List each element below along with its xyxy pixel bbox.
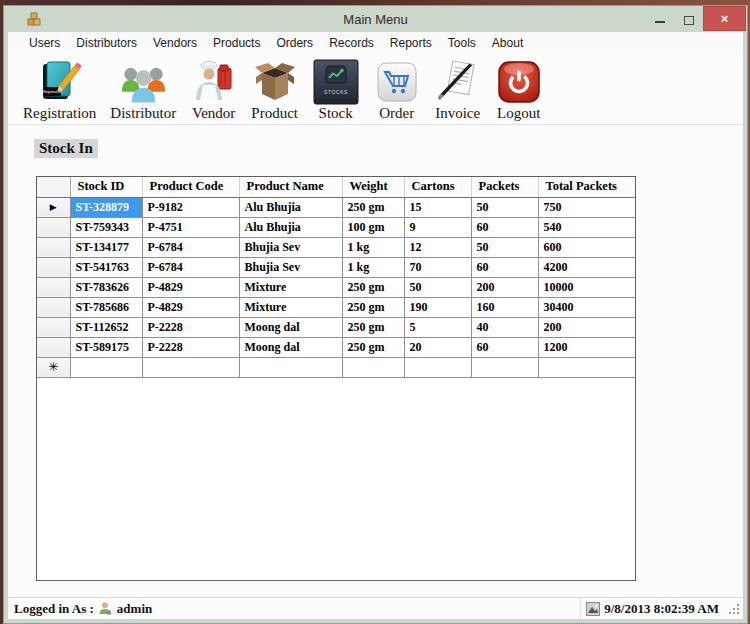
row-header-cell[interactable] [37, 297, 70, 317]
cell[interactable]: Bhujia Sev [239, 257, 342, 277]
cell[interactable]: 12 [404, 237, 471, 257]
menu-orders[interactable]: Orders [268, 33, 321, 53]
cell[interactable]: Alu Bhujia [239, 217, 342, 237]
cell[interactable]: 190 [404, 297, 471, 317]
menu-records[interactable]: Records [321, 33, 382, 53]
empty-cell[interactable] [239, 357, 342, 377]
column-header[interactable]: Weight [342, 177, 404, 197]
toolbar-order[interactable]: Order [366, 57, 427, 123]
menu-products[interactable]: Products [205, 33, 268, 53]
cell[interactable]: P-2228 [142, 317, 239, 337]
cell[interactable]: 50 [471, 197, 538, 217]
cell[interactable]: 50 [404, 277, 471, 297]
empty-cell[interactable] [142, 357, 239, 377]
cell[interactable]: P-6784 [142, 237, 239, 257]
cell[interactable]: 1 kg [342, 237, 404, 257]
cell[interactable]: P-4829 [142, 277, 239, 297]
cell[interactable]: ST-134177 [70, 237, 142, 257]
cell[interactable]: 60 [471, 337, 538, 357]
new-row-header-cell[interactable]: ✳ [37, 357, 70, 377]
cell[interactable]: 160 [471, 297, 538, 317]
cell[interactable]: Mixture [239, 277, 342, 297]
cell[interactable]: 15 [404, 197, 471, 217]
cell[interactable]: ST-541763 [70, 257, 142, 277]
cell[interactable]: 250 gm [342, 317, 404, 337]
cell[interactable]: 1 kg [342, 257, 404, 277]
toolbar-stock[interactable]: STOCKS Stock [305, 57, 366, 123]
cell[interactable]: P-9182 [142, 197, 239, 217]
column-header[interactable]: Cartons [404, 177, 471, 197]
empty-cell[interactable] [342, 357, 404, 377]
corner-header-cell[interactable] [37, 177, 70, 197]
resize-grip[interactable] [727, 602, 740, 615]
row-header-cell[interactable] [37, 257, 70, 277]
cell[interactable]: 250 gm [342, 277, 404, 297]
cell[interactable]: Moong dal [239, 337, 342, 357]
cell[interactable]: 9 [404, 217, 471, 237]
toolbar-distributor[interactable]: Distributor [103, 57, 183, 123]
minimize-button[interactable] [645, 6, 674, 31]
stock-in-grid[interactable]: Stock ID Product Code Product Name Weigh… [36, 176, 636, 581]
cell[interactable]: 60 [471, 217, 538, 237]
cell[interactable]: 20 [404, 337, 471, 357]
column-header[interactable]: Total Packets [538, 177, 635, 197]
cell[interactable]: 30400 [538, 297, 635, 317]
cell[interactable]: ST-759343 [70, 217, 142, 237]
menu-distributors[interactable]: Distributors [68, 33, 145, 53]
row-header-cell[interactable] [37, 217, 70, 237]
empty-cell[interactable] [471, 357, 538, 377]
close-button[interactable]: × [703, 6, 746, 31]
column-header[interactable]: Stock ID [70, 177, 142, 197]
toolbar-registration[interactable]: Registration Registration [16, 57, 103, 123]
column-header[interactable]: Product Name [239, 177, 342, 197]
cell[interactable]: ST-112652 [70, 317, 142, 337]
row-header-cell[interactable]: ▶ [37, 197, 70, 217]
cell[interactable]: 50 [471, 237, 538, 257]
column-header[interactable]: Product Code [142, 177, 239, 197]
menu-about[interactable]: About [484, 33, 531, 53]
cell[interactable]: Bhujia Sev [239, 237, 342, 257]
row-header-cell[interactable] [37, 337, 70, 357]
menu-vendors[interactable]: Vendors [145, 33, 205, 53]
cell[interactable]: 100 gm [342, 217, 404, 237]
cell[interactable]: 1200 [538, 337, 635, 357]
cell[interactable]: ST-328879 [70, 197, 142, 217]
cell[interactable]: 600 [538, 237, 635, 257]
cell[interactable]: ST-589175 [70, 337, 142, 357]
menu-reports[interactable]: Reports [382, 33, 440, 53]
cell[interactable]: Moong dal [239, 317, 342, 337]
cell[interactable]: 250 gm [342, 337, 404, 357]
toolbar-product[interactable]: Product [244, 57, 305, 123]
maximize-button[interactable] [674, 6, 703, 31]
cell[interactable]: 40 [471, 317, 538, 337]
cell[interactable]: 200 [471, 277, 538, 297]
empty-cell[interactable] [538, 357, 635, 377]
empty-cell[interactable] [404, 357, 471, 377]
cell[interactable]: 250 gm [342, 197, 404, 217]
cell[interactable]: 60 [471, 257, 538, 277]
cell[interactable]: ST-785686 [70, 297, 142, 317]
toolbar-logout[interactable]: Logout [488, 57, 549, 123]
cell[interactable]: 4200 [538, 257, 635, 277]
cell[interactable]: Mixture [239, 297, 342, 317]
row-header-cell[interactable] [37, 237, 70, 257]
cell[interactable]: 250 gm [342, 297, 404, 317]
title-bar[interactable]: Main Menu × [4, 6, 747, 32]
cell[interactable]: 10000 [538, 277, 635, 297]
cell[interactable]: P-4751 [142, 217, 239, 237]
cell[interactable]: 5 [404, 317, 471, 337]
empty-cell[interactable] [70, 357, 142, 377]
cell[interactable]: 750 [538, 197, 635, 217]
toolbar-vendor[interactable]: Vendor [183, 57, 244, 123]
toolbar-invoice[interactable]: Invoice [427, 57, 488, 123]
row-header-cell[interactable] [37, 277, 70, 297]
column-header[interactable]: Packets [471, 177, 538, 197]
cell[interactable]: ST-783626 [70, 277, 142, 297]
menu-tools[interactable]: Tools [440, 33, 484, 53]
cell[interactable]: 200 [538, 317, 635, 337]
row-header-cell[interactable] [37, 317, 70, 337]
menu-users[interactable]: Users [21, 33, 68, 53]
cell[interactable]: 70 [404, 257, 471, 277]
cell[interactable]: Alu Bhujia [239, 197, 342, 217]
cell[interactable]: 540 [538, 217, 635, 237]
